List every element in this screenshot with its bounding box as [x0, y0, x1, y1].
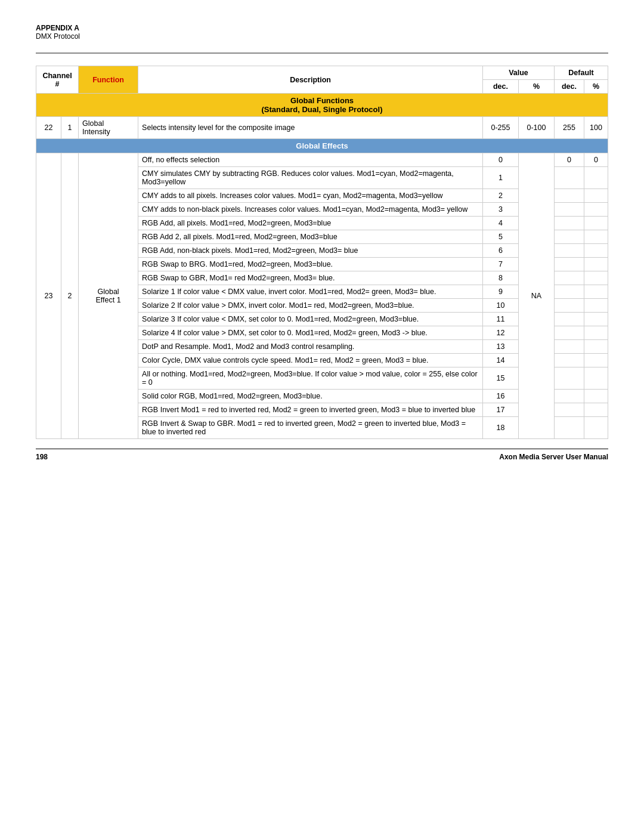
ge-function: GlobalEffect 1 — [79, 153, 138, 439]
ge-dec: 16 — [483, 390, 519, 403]
ge-def-pct — [584, 299, 608, 313]
gi-function: GlobalIntensity — [79, 117, 138, 139]
gi-ch-dl: 22 — [36, 117, 61, 139]
def-dec-header: dec. — [555, 80, 584, 94]
ge-dec: 8 — [483, 271, 519, 285]
ge-def-pct — [584, 403, 608, 417]
ge-def-dec — [555, 258, 584, 271]
gi-ch-axon: 1 — [61, 117, 79, 139]
ge-def-dec — [555, 230, 584, 244]
appendix-label: APPENDIX A — [36, 24, 608, 32]
ge-desc: CMY adds to all pixels. Increases color … — [138, 189, 483, 203]
ge-desc: Color Cycle, DMX value controls cycle sp… — [138, 354, 483, 367]
gi-def-pct: 100 — [584, 117, 608, 139]
ge-desc: RGB Add, all pixels. Mod1=red, Mod2=gree… — [138, 217, 483, 230]
default-header: Default — [555, 66, 608, 80]
page-footer: 198 Axon Media Server User Manual — [36, 449, 608, 461]
ge-def-pct — [584, 230, 608, 244]
ge-desc: RGB Swap to GBR, Mod1= red Mod2=green, M… — [138, 271, 483, 285]
ge-def-dec — [555, 390, 584, 403]
ge-dec: 7 — [483, 258, 519, 271]
ge-def-pct — [584, 326, 608, 340]
ge-def-pct — [584, 313, 608, 326]
dec-header: dec. — [483, 80, 519, 94]
ge-def-dec — [555, 326, 584, 340]
ge-def-dec — [555, 354, 584, 367]
ge-desc: Solarize 1 If color value < DMX value, i… — [138, 285, 483, 299]
global-effects-header: Global Effects — [36, 139, 608, 153]
ge-dec: 1 — [483, 167, 519, 189]
ge-desc: RGB Add 2, all pixels. Mod1=red, Mod2=gr… — [138, 230, 483, 244]
ge-desc: All or nothing. Mod1=red, Mod2=green, Mo… — [138, 367, 483, 390]
ge-def-pct — [584, 340, 608, 354]
ge-def-pct — [584, 189, 608, 203]
ge-def-pct — [584, 417, 608, 439]
manual-title: Axon Media Server User Manual — [499, 453, 608, 461]
ge-dec: 10 — [483, 299, 519, 313]
ge-def-dec — [555, 340, 584, 354]
global-intensity-row: 22 1 GlobalIntensity Selects intensity l… — [36, 117, 608, 139]
ge-desc: Off, no effects selection — [138, 153, 483, 167]
ge-def-pct — [584, 258, 608, 271]
ge-dec: 0 — [483, 153, 519, 167]
ge-def-dec — [555, 189, 584, 203]
gi-description: Selects intensity level for the composit… — [138, 117, 483, 139]
ge-dec: 4 — [483, 217, 519, 230]
ge-desc: CMY simulates CMY by subtracting RGB. Re… — [138, 167, 483, 189]
ge-ch-dl: 23 — [36, 153, 61, 439]
ge-def-dec — [555, 244, 584, 258]
ge-def-dec — [555, 271, 584, 285]
ge-def-pct — [584, 271, 608, 285]
ge-def-dec — [555, 217, 584, 230]
global-functions-header-row: Global Functions (Standard, Dual, Single… — [36, 94, 608, 117]
ge-desc: Solarize 2 If color value > DMX, invert … — [138, 299, 483, 313]
function-header: Function — [79, 66, 138, 94]
ge-desc: CMY adds to non-black pixels. Increases … — [138, 203, 483, 217]
ge-def-pct — [584, 367, 608, 390]
effect-row: 232GlobalEffect 1Off, no effects selecti… — [36, 153, 608, 167]
page-header: APPENDIX A DMX Protocol — [36, 24, 608, 41]
ge-def-pct: 0 — [584, 153, 608, 167]
ge-dec: 12 — [483, 326, 519, 340]
gi-dec: 0-255 — [483, 117, 519, 139]
pct-header: % — [519, 80, 555, 94]
ge-desc: RGB Invert & Swap to GBR. Mod1 = red to … — [138, 417, 483, 439]
ge-dec: 14 — [483, 354, 519, 367]
ge-dec: 17 — [483, 403, 519, 417]
ge-desc: RGB Add, non-black pixels. Mod1=red, Mod… — [138, 244, 483, 258]
ge-dec: 15 — [483, 367, 519, 390]
ge-def-dec — [555, 403, 584, 417]
ge-desc: DotP and Resample. Mod1, Mod2 and Mod3 c… — [138, 340, 483, 354]
ge-desc: Solarize 3 If color value < DMX, set col… — [138, 313, 483, 326]
ge-dec: 11 — [483, 313, 519, 326]
protocol-label: DMX Protocol — [36, 32, 608, 41]
global-effects-header-row: Global Effects — [36, 139, 608, 153]
dmx-table: Channel # Function Description Value Def… — [36, 66, 608, 439]
channel-header: Channel # — [36, 66, 79, 94]
ge-def-pct — [584, 354, 608, 367]
ge-def-dec: 0 — [555, 153, 584, 167]
ge-def-pct — [584, 244, 608, 258]
page-number: 198 — [36, 453, 48, 461]
ge-dec: 6 — [483, 244, 519, 258]
header-divider — [36, 52, 608, 54]
ge-dec: 2 — [483, 189, 519, 203]
ge-def-dec — [555, 367, 584, 390]
ge-pct-na: NA — [519, 153, 555, 439]
ge-def-pct — [584, 217, 608, 230]
ge-def-dec — [555, 167, 584, 189]
ge-def-pct — [584, 390, 608, 403]
ge-def-dec — [555, 285, 584, 299]
ge-def-dec — [555, 203, 584, 217]
description-header: Description — [138, 66, 483, 94]
def-pct-header: % — [584, 80, 608, 94]
ge-def-dec — [555, 417, 584, 439]
ge-desc: Solarize 4 If color value > DMX, set col… — [138, 326, 483, 340]
ge-def-pct — [584, 203, 608, 217]
ge-def-dec — [555, 299, 584, 313]
ge-dec: 18 — [483, 417, 519, 439]
global-functions-header: Global Functions (Standard, Dual, Single… — [36, 94, 608, 117]
ge-dec: 9 — [483, 285, 519, 299]
ge-def-pct — [584, 167, 608, 189]
ge-desc: RGB Invert Mod1 = red to inverted red, M… — [138, 403, 483, 417]
